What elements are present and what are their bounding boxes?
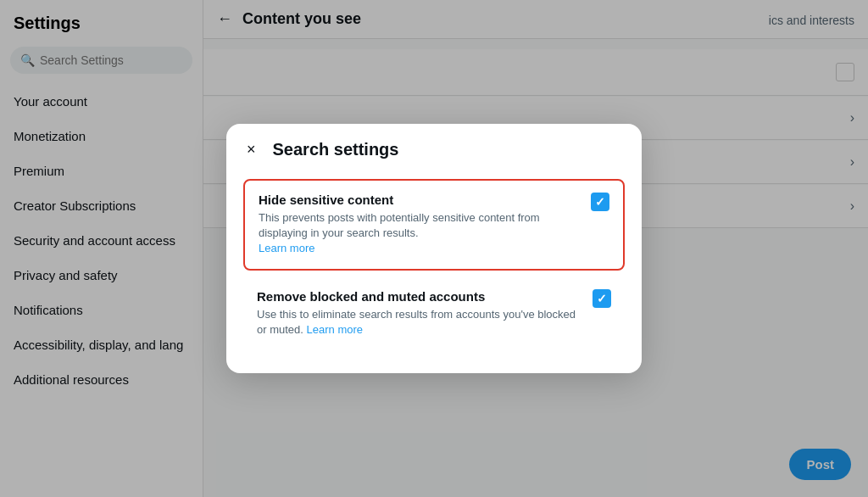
modal-title: Search settings bbox=[273, 140, 399, 159]
setting-text: Hide sensitive content This prevents pos… bbox=[259, 193, 581, 257]
hide-sensitive-desc: This prevents posts with potentially sen… bbox=[259, 210, 581, 257]
hide-sensitive-setting: Hide sensitive content This prevents pos… bbox=[243, 179, 625, 271]
modal-overlay: × Search settings Hide sensitive content… bbox=[0, 0, 868, 497]
hide-sensitive-title: Hide sensitive content bbox=[259, 193, 581, 207]
remove-blocked-setting: Remove blocked and muted accounts Use th… bbox=[243, 277, 625, 349]
modal-body: Hide sensitive content This prevents pos… bbox=[226, 172, 642, 373]
remove-blocked-title: Remove blocked and muted accounts bbox=[257, 289, 582, 304]
search-settings-modal: × Search settings Hide sensitive content… bbox=[226, 124, 642, 373]
modal-header: × Search settings bbox=[226, 124, 642, 172]
setting-text-2: Remove blocked and muted accounts Use th… bbox=[257, 289, 582, 338]
setting-item-top: Hide sensitive content This prevents pos… bbox=[259, 193, 609, 257]
remove-blocked-desc: Use this to eliminate search results fro… bbox=[257, 307, 582, 338]
hide-sensitive-learn-more[interactable]: Learn more bbox=[259, 242, 314, 254]
setting-item-top-2: Remove blocked and muted accounts Use th… bbox=[257, 289, 611, 338]
modal-close-button[interactable]: × bbox=[243, 137, 259, 162]
remove-blocked-learn-more[interactable]: Learn more bbox=[307, 323, 363, 336]
remove-blocked-checkbox[interactable] bbox=[593, 289, 611, 308]
hide-sensitive-checkbox[interactable] bbox=[591, 193, 609, 211]
